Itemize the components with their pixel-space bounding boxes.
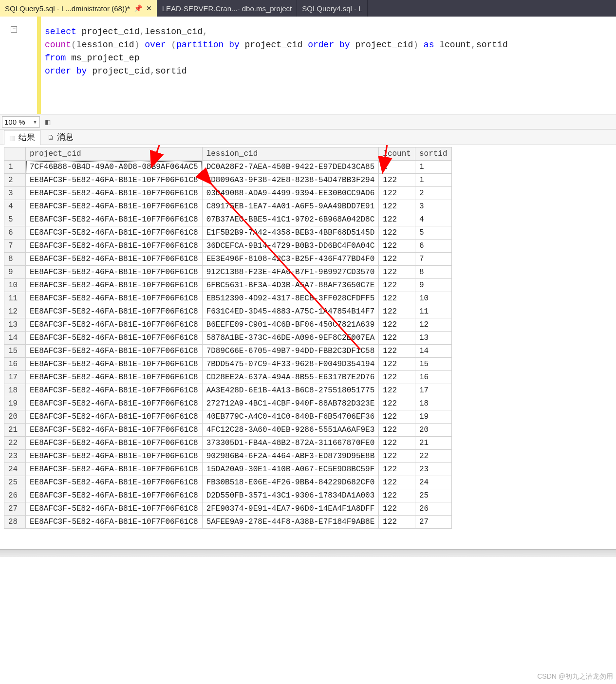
cell-project_cid[interactable]: EE8AFC3F-5E82-46FA-B81E-10F7F06F61C8 xyxy=(26,502,203,516)
cell-project_cid[interactable]: EE8AFC3F-5E82-46FA-B81E-10F7F06F61C8 xyxy=(26,371,203,384)
cell-sortid[interactable]: 18 xyxy=(415,397,451,410)
row-number[interactable]: 8 xyxy=(4,253,26,266)
cell-lcount[interactable]: 122 xyxy=(379,397,415,410)
row-number[interactable]: 22 xyxy=(4,437,26,450)
cell-lcount[interactable]: 122 xyxy=(379,437,415,450)
col-project_cid[interactable]: project_cid xyxy=(26,148,203,161)
table-row[interactable]: 11EE8AFC3F-5E82-46FA-B81E-10F7F06F61C8EB… xyxy=(4,292,452,305)
col-sortid[interactable]: sortid xyxy=(415,148,451,161)
cell-lcount[interactable]: 122 xyxy=(379,240,415,253)
table-row[interactable]: 19EE8AFC3F-5E82-46FA-B81E-10F7F06F61C827… xyxy=(4,397,452,410)
table-row[interactable]: 17EE8AFC3F-5E82-46FA-B81E-10F7F06F61C8CD… xyxy=(4,371,452,384)
cell-sortid[interactable]: 4 xyxy=(415,213,451,226)
cell-lcount[interactable]: 122 xyxy=(379,318,415,332)
cell-sortid[interactable]: 20 xyxy=(415,424,451,437)
results-grid[interactable]: project_cid lession_cid lcount sortid 17… xyxy=(4,147,452,529)
row-number[interactable]: 11 xyxy=(4,292,26,305)
row-number[interactable]: 17 xyxy=(4,371,26,384)
cell-lcount[interactable]: 122 xyxy=(379,305,415,318)
cell-sortid[interactable]: 12 xyxy=(415,318,451,332)
table-row[interactable]: 12EE8AFC3F-5E82-46FA-B81E-10F7F06F61C8F6… xyxy=(4,305,452,318)
cell-lession_cid[interactable]: 272712A9-4BC1-4CBF-940F-88AB782D323E xyxy=(202,397,379,410)
cell-project_cid[interactable]: EE8AFC3F-5E82-46FA-B81E-10F7F06F61C8 xyxy=(26,345,203,358)
table-row[interactable]: 14EE8AFC3F-5E82-46FA-B81E-10F7F06F61C858… xyxy=(4,332,452,345)
cell-lession_cid[interactable]: 7D89C66E-6705-49B7-94DD-FBB2C3DF1C58 xyxy=(202,345,379,358)
zoom-dropdown[interactable]: 100 % ▼ xyxy=(2,116,40,128)
cell-lession_cid[interactable]: 7D8096A3-9F38-42E8-8238-54D47BB3F294 xyxy=(202,174,379,187)
cell-lession_cid[interactable]: 5AFEE9A9-278E-44F8-A38B-E7F184F9AB8E xyxy=(202,516,379,529)
cell-sortid[interactable]: 13 xyxy=(415,332,451,345)
row-number[interactable]: 25 xyxy=(4,476,26,489)
row-number[interactable]: 23 xyxy=(4,450,26,463)
cell-project_cid[interactable]: EE8AFC3F-5E82-46FA-B81E-10F7F06F61C8 xyxy=(26,266,203,279)
table-row[interactable]: 21EE8AFC3F-5E82-46FA-B81E-10F7F06F61C84F… xyxy=(4,424,452,437)
table-row[interactable]: 20EE8AFC3F-5E82-46FA-B81E-10F7F06F61C840… xyxy=(4,410,452,424)
row-number[interactable]: 19 xyxy=(4,397,26,410)
cell-lcount[interactable]: 122 xyxy=(379,384,415,397)
cell-lcount[interactable]: 122 xyxy=(379,332,415,345)
cell-lcount[interactable]: 122 xyxy=(379,516,415,529)
code-area[interactable]: select project_cid,lession_cid, count(le… xyxy=(41,17,616,114)
table-row[interactable]: 16EE8AFC3F-5E82-46FA-B81E-10F7F06F61C87B… xyxy=(4,358,452,371)
cell-lcount[interactable]: 122 xyxy=(379,253,415,266)
cell-project_cid[interactable]: EE8AFC3F-5E82-46FA-B81E-10F7F06F61C8 xyxy=(26,489,203,502)
cell-lcount[interactable]: 122 xyxy=(379,200,415,213)
cell-lcount[interactable]: 1 xyxy=(379,161,415,174)
cell-lcount[interactable]: 122 xyxy=(379,450,415,463)
cell-lession_cid[interactable]: EE3E496F-8108-42C3-B25F-436F477BD4F0 xyxy=(202,253,379,266)
cell-lession_cid[interactable]: 5878A1BE-373C-46DE-A096-9EF8C2E007EA xyxy=(202,332,379,345)
table-row[interactable]: 7EE8AFC3F-5E82-46FA-B81E-10F7F06F61C836D… xyxy=(4,240,452,253)
table-row[interactable]: 27EE8AFC3F-5E82-46FA-B81E-10F7F06F61C82F… xyxy=(4,502,452,516)
row-number[interactable]: 27 xyxy=(4,502,26,516)
cell-project_cid[interactable]: EE8AFC3F-5E82-46FA-B81E-10F7F06F61C8 xyxy=(26,450,203,463)
cell-sortid[interactable]: 6 xyxy=(415,240,451,253)
row-number[interactable]: 4 xyxy=(4,200,26,213)
table-row[interactable]: 15EE8AFC3F-5E82-46FA-B81E-10F7F06F61C87D… xyxy=(4,345,452,358)
cell-lession_cid[interactable]: CD28EE2A-637A-494A-8B55-E6317B7E2D76 xyxy=(202,371,379,384)
cell-lession_cid[interactable]: 902986B4-6F2A-4464-ABF3-ED8739D95E8B xyxy=(202,450,379,463)
cell-project_cid[interactable]: EE8AFC3F-5E82-46FA-B81E-10F7F06F61C8 xyxy=(26,226,203,240)
table-row[interactable]: 22EE8AFC3F-5E82-46FA-B81E-10F7F06F61C837… xyxy=(4,437,452,450)
cell-lcount[interactable]: 122 xyxy=(379,424,415,437)
cell-sortid[interactable]: 7 xyxy=(415,253,451,266)
table-row[interactable]: 3EE8AFC3F-5E82-46FA-B81E-10F7F06F61C803D… xyxy=(4,187,452,200)
table-row[interactable]: 9EE8AFC3F-5E82-46FA-B81E-10F7F06F61C8912… xyxy=(4,266,452,279)
cell-lession_cid[interactable]: F631C4ED-3D45-4883-A75C-1A47854B14F7 xyxy=(202,305,379,318)
cell-project_cid[interactable]: EE8AFC3F-5E82-46FA-B81E-10F7F06F61C8 xyxy=(26,292,203,305)
cell-project_cid[interactable]: EE8AFC3F-5E82-46FA-B81E-10F7F06F61C8 xyxy=(26,200,203,213)
cell-project_cid[interactable]: EE8AFC3F-5E82-46FA-B81E-10F7F06F61C8 xyxy=(26,397,203,410)
cell-project_cid[interactable]: EE8AFC3F-5E82-46FA-B81E-10F7F06F61C8 xyxy=(26,187,203,200)
cell-project_cid[interactable]: EE8AFC3F-5E82-46FA-B81E-10F7F06F61C8 xyxy=(26,253,203,266)
cell-sortid[interactable]: 16 xyxy=(415,371,451,384)
table-row[interactable]: 28EE8AFC3F-5E82-46FA-B81E-10F7F06F61C85A… xyxy=(4,516,452,529)
cell-lession_cid[interactable]: 15DA20A9-30E1-410B-A067-EC5E9D8BC59F xyxy=(202,463,379,476)
row-number[interactable]: 12 xyxy=(4,305,26,318)
cell-sortid[interactable]: 3 xyxy=(415,200,451,213)
cell-lession_cid[interactable]: C89175EB-1EA7-4A01-A6F5-9AA49BDD7E91 xyxy=(202,200,379,213)
cell-lcount[interactable]: 122 xyxy=(379,502,415,516)
col-lession_cid[interactable]: lession_cid xyxy=(202,148,379,161)
cell-lession_cid[interactable]: 2FE90374-9E91-4EA7-96D0-14EA4F1A8DFF xyxy=(202,502,379,516)
table-row[interactable]: 4EE8AFC3F-5E82-46FA-B81E-10F7F06F61C8C89… xyxy=(4,200,452,213)
cell-project_cid[interactable]: EE8AFC3F-5E82-46FA-B81E-10F7F06F61C8 xyxy=(26,305,203,318)
cell-lession_cid[interactable]: 4FC12C28-3A60-40EB-9286-5551AA6AF9E3 xyxy=(202,424,379,437)
cell-lession_cid[interactable]: 36DCEFCA-9B14-4729-B0B3-DD6BC4F0A04C xyxy=(202,240,379,253)
row-number[interactable]: 3 xyxy=(4,187,26,200)
cell-sortid[interactable]: 8 xyxy=(415,266,451,279)
cell-lcount[interactable]: 122 xyxy=(379,174,415,187)
cell-project_cid[interactable]: EE8AFC3F-5E82-46FA-B81E-10F7F06F61C8 xyxy=(26,463,203,476)
row-number[interactable]: 9 xyxy=(4,266,26,279)
cell-project_cid[interactable]: EE8AFC3F-5E82-46FA-B81E-10F7F06F61C8 xyxy=(26,384,203,397)
cell-lcount[interactable]: 122 xyxy=(379,371,415,384)
cell-sortid[interactable]: 5 xyxy=(415,226,451,240)
cell-lession_cid[interactable]: 7BDD5475-07C9-4F33-9628-F0049D354194 xyxy=(202,358,379,371)
cell-sortid[interactable]: 14 xyxy=(415,345,451,358)
cell-project_cid[interactable]: EE8AFC3F-5E82-46FA-B81E-10F7F06F61C8 xyxy=(26,279,203,292)
row-number[interactable]: 21 xyxy=(4,424,26,437)
table-row[interactable]: 18EE8AFC3F-5E82-46FA-B81E-10F7F06F61C8AA… xyxy=(4,384,452,397)
row-number[interactable]: 26 xyxy=(4,489,26,502)
row-number[interactable]: 14 xyxy=(4,332,26,345)
cell-sortid[interactable]: 23 xyxy=(415,463,451,476)
tab-sqlquery4[interactable]: SQLQuery4.sql - L xyxy=(297,0,368,17)
cell-lcount[interactable]: 122 xyxy=(379,345,415,358)
